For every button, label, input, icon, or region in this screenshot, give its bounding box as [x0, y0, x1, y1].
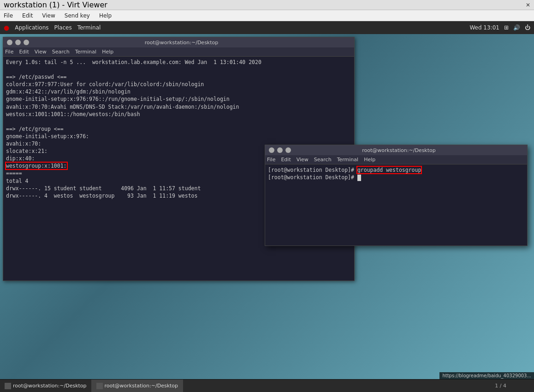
term1-line-9: ==> /etc/group <== — [6, 125, 351, 133]
menu-sendkey[interactable]: Send key — [63, 12, 92, 20]
t2-menu-help[interactable]: Help — [364, 157, 375, 163]
term2-line-0: [root@workstation Desktop]# groupadd wes… — [268, 166, 524, 174]
t2-menu-file[interactable]: File — [267, 157, 275, 163]
panel-terminal[interactable]: Terminal — [77, 24, 101, 31]
panel-clock: Wed 13:01 — [469, 24, 499, 31]
close-button-2[interactable] — [285, 147, 291, 153]
taskbar-item-1[interactable]: root@workstation:~/Desktop — [0, 380, 92, 392]
highlighted-group-line: westosgroup:x:1001: — [6, 163, 67, 169]
term1-line-4: gdm:x:42:42::/var/lib/gdm:/sbin/nologin — [6, 88, 351, 95]
t2-menu-view[interactable]: View — [297, 157, 309, 163]
terminal-icon-1 — [5, 383, 11, 389]
cursor — [357, 175, 361, 181]
terminal-2-menu: File Edit View Search Terminal Help — [265, 155, 527, 164]
term1-line-1 — [6, 66, 351, 73]
t1-menu-terminal[interactable]: Terminal — [75, 49, 97, 55]
t2-menu-search[interactable]: Search — [314, 157, 332, 163]
maximize-button-2[interactable] — [277, 147, 283, 153]
taskbar-label-2: root@workstation:~/Desktop — [105, 383, 178, 389]
highlighted-command: groupadd westosgroup — [357, 167, 421, 173]
term1-line-6: avahi:x:70:70:Avahi mDNS/DNS-SD Stack:/v… — [6, 103, 351, 111]
taskbar: root@workstation:~/Desktop root@workstat… — [0, 379, 534, 392]
t1-menu-file[interactable]: File — [5, 49, 13, 55]
terminal-1-title: root@workstation:~/Desktop — [29, 40, 334, 46]
menu-file[interactable]: File — [2, 12, 15, 20]
term2-line-1: [root@workstation Desktop]# — [268, 174, 524, 181]
term1-line-0: Every 1.0s: tail -n 5 ... workstation.la… — [6, 59, 351, 66]
title-text: workstation (1) - Virt Viewer — [4, 0, 107, 9]
terminal-2-title-bar: root@workstation:~/Desktop — [265, 145, 527, 155]
minimize-button-1[interactable] — [7, 40, 12, 45]
menu-edit[interactable]: Edit — [20, 12, 35, 20]
term1-line-7: westos:x:1001:1001::/home/westos:/bin/ba… — [6, 111, 351, 118]
panel-places[interactable]: Places — [54, 24, 72, 31]
terminal-window-2: root@workstation:~/Desktop File Edit Vie… — [265, 145, 528, 246]
terminal-2-content[interactable]: [root@workstation Desktop]# groupadd wes… — [265, 164, 527, 246]
virt-viewer-title-bar: workstation (1) - Virt Viewer ✕ — [0, 0, 534, 10]
terminal-1-menu: File Edit View Search Terminal Help — [3, 47, 354, 57]
panel-sound-icon[interactable]: 🔊 — [513, 24, 520, 31]
top-panel: ● Applications Places Terminal Wed 13:01… — [0, 21, 534, 34]
t1-menu-edit[interactable]: Edit — [19, 49, 29, 55]
terminal-2-title: root@workstation:~/Desktop — [291, 147, 507, 153]
terminal-icon-2 — [96, 383, 103, 389]
terminal-2-controls — [269, 147, 291, 153]
taskbar-label-1: root@workstation:~/Desktop — [13, 383, 87, 389]
page-indicator: 1 / 4 — [495, 379, 506, 392]
close-button-1[interactable] — [24, 40, 29, 45]
taskbar-item-2[interactable]: root@workstation:~/Desktop — [92, 380, 184, 392]
menu-bar: File Edit View Send key Help — [0, 10, 534, 21]
t1-menu-view[interactable]: View — [35, 49, 47, 55]
term1-line-3: colord:x:977:977:User for colord:/var/li… — [6, 81, 351, 88]
gnome-logo: ● — [4, 24, 9, 31]
minimize-button-2[interactable] — [269, 147, 274, 153]
panel-applications[interactable]: Applications — [15, 24, 48, 31]
term1-line-10: gnome-initial-setup:x:976: — [6, 133, 351, 140]
menu-view[interactable]: View — [40, 12, 57, 20]
close-button[interactable]: ✕ — [526, 2, 530, 8]
panel-network-icon: ⊞ — [504, 24, 509, 31]
maximize-button-1[interactable] — [15, 40, 21, 45]
status-hint: https://blogreadme/baidu_40329003... — [439, 372, 534, 379]
desktop: root@workstation:~/Desktop File Edit Vie… — [0, 34, 534, 392]
panel-power-icon[interactable]: ⏻ — [525, 24, 530, 31]
term1-line-2: ==> /etc/passwd <== — [6, 73, 351, 81]
t1-menu-help[interactable]: Help — [102, 49, 113, 55]
panel-right: Wed 13:01 ⊞ 🔊 ⏻ — [469, 24, 530, 31]
t1-menu-search[interactable]: Search — [52, 49, 70, 55]
term1-line-5: gnome-initial-setup:x:976:976::/run/gnom… — [6, 95, 351, 103]
terminal-1-title-bar: root@workstation:~/Desktop — [3, 37, 354, 47]
terminal-1-controls — [7, 40, 29, 45]
t2-menu-edit[interactable]: Edit — [281, 157, 291, 163]
menu-help[interactable]: Help — [97, 12, 113, 20]
t2-menu-terminal[interactable]: Terminal — [337, 157, 359, 163]
term1-line-8 — [6, 118, 351, 125]
